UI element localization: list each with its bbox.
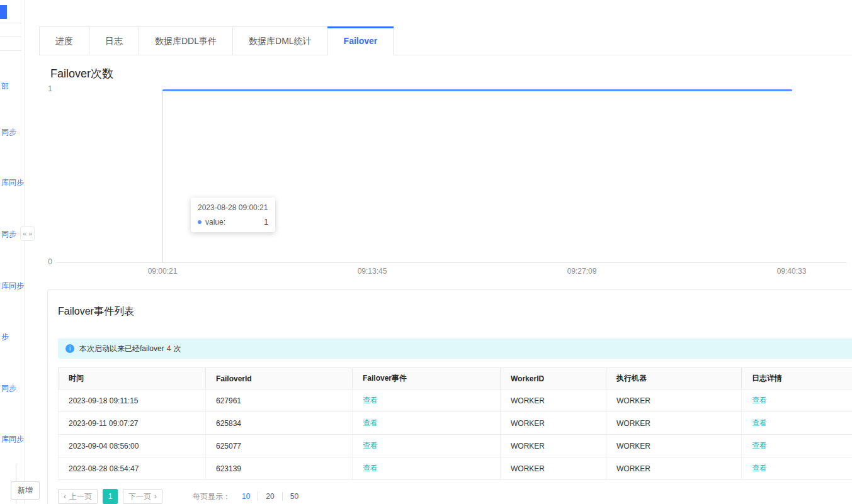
table-row: 2023-08-28 08:54:47 623139 查看 WORKER WOR… [59, 457, 852, 480]
page-size-option-50[interactable]: 50 [283, 492, 306, 501]
sidebar-accent-block [0, 5, 7, 19]
cell-failover-event: 查看 [353, 412, 501, 435]
column-header-log-detail: 日志详情 [742, 368, 852, 389]
sidebar-item[interactable]: 库同步 [1, 281, 24, 291]
cell-log-detail: 查看 [742, 435, 852, 457]
y-axis-tick: 1 [38, 84, 52, 93]
page-size-selector: 每页显示： 10 20 50 [193, 491, 306, 502]
tooltip-series-label: value: [205, 218, 225, 227]
cell-worker-id: WORKER [501, 457, 606, 480]
sidebar-collapse-handle[interactable]: « » [20, 226, 35, 241]
tab-dml-stats[interactable]: 数据库DML统计 [233, 26, 328, 55]
cell-log-detail: 查看 [742, 412, 852, 435]
page-size-option-20[interactable]: 20 [258, 492, 282, 501]
sidebar-item[interactable]: 同步 [1, 383, 16, 394]
tooltip-timestamp: 2023-08-28 09:00:21 [198, 203, 268, 212]
view-log-detail-link[interactable]: 查看 [752, 418, 767, 427]
table-row: 2023-09-11 09:07:27 625834 查看 WORKER WOR… [59, 412, 852, 435]
collapse-left-icon: « [23, 230, 26, 237]
column-header-failover-event: Failover事件 [353, 368, 501, 389]
failover-events-table: 时间 FailoverId Failover事件 WorkerID 执行机器 日… [58, 367, 852, 480]
view-log-detail-link[interactable]: 查看 [752, 396, 767, 405]
cell-time: 2023-09-18 09:11:15 [59, 389, 206, 412]
cell-worker-id: WORKER [501, 412, 606, 435]
chart-series-line [162, 89, 792, 91]
sidebar-divider [0, 23, 21, 23]
tooltip-series-row: value: 1 [198, 218, 268, 227]
view-log-detail-link[interactable]: 查看 [752, 441, 767, 450]
sidebar-item[interactable]: 部 [1, 81, 9, 92]
page-size-option-10[interactable]: 10 [234, 492, 258, 501]
events-list-title: Failover事件列表 [58, 305, 852, 318]
left-sidebar: 部 同步 库同步 同步 库同步 步 同步 库同步 新增 [0, 0, 25, 504]
x-axis-tick: 09:13:45 [358, 267, 387, 276]
failover-events-card: Failover事件列表 i 本次启动以来已经failover 4 次 时间 F… [47, 289, 852, 504]
cell-log-detail: 查看 [742, 457, 852, 480]
sidebar-divider [0, 50, 21, 51]
series-dot-icon [198, 220, 202, 224]
column-header-worker-id: WorkerID [501, 368, 606, 389]
cell-time: 2023-09-04 08:56:00 [59, 435, 206, 457]
sidebar-item[interactable]: 库同步 [1, 434, 24, 445]
cell-worker-id: WORKER [501, 435, 606, 457]
prev-page-button[interactable]: ‹ 上一页 [58, 489, 98, 504]
tab-progress[interactable]: 进度 [39, 26, 89, 55]
tab-bar: 进度 日志 数据库DDL事件 数据库DML统计 Failover [39, 26, 852, 55]
cell-machine: WORKER [606, 412, 742, 435]
cell-log-detail: 查看 [742, 389, 852, 412]
cell-machine: WORKER [606, 457, 742, 480]
page-number-current[interactable]: 1 [103, 489, 118, 504]
x-axis-tick: 09:27:09 [567, 267, 597, 276]
add-button[interactable]: 新增 [11, 481, 40, 500]
sidebar-item[interactable]: 步 [1, 332, 9, 342]
chart-tooltip: 2023-08-28 09:00:21 value: 1 [191, 198, 275, 232]
pagination: ‹ 上一页 1 下一页 › 每页显示： 10 20 50 [58, 489, 852, 504]
alert-failover-count: 4 [167, 344, 171, 353]
view-log-detail-link[interactable]: 查看 [752, 464, 767, 473]
tooltip-value: 1 [264, 218, 268, 227]
tab-logs[interactable]: 日志 [89, 26, 139, 55]
y-axis-tick: 0 [38, 257, 52, 266]
cell-time: 2023-09-11 09:07:27 [59, 412, 206, 435]
failover-count-alert: i 本次启动以来已经failover 4 次 [58, 339, 852, 359]
view-failover-event-link[interactable]: 查看 [363, 396, 378, 405]
alert-text-prefix: 本次启动以来已经failover [79, 344, 164, 354]
prev-page-label: 上一页 [69, 491, 92, 502]
page-size-label: 每页显示： [193, 491, 230, 502]
cell-machine: WORKER [606, 389, 742, 412]
cell-time: 2023-08-28 08:54:47 [59, 457, 206, 480]
cell-machine: WORKER [606, 435, 742, 457]
main-panel: 进度 日志 数据库DDL事件 数据库DML统计 Failover Failove… [26, 0, 852, 504]
table-row: 2023-09-18 09:11:15 627961 查看 WORKER WOR… [59, 389, 852, 412]
chart-crosshair [162, 90, 163, 262]
chevron-left-icon: ‹ [64, 492, 66, 501]
sidebar-item[interactable]: 库同步 [1, 177, 24, 188]
sidebar-item[interactable]: 同步 [1, 127, 16, 138]
alert-text-suffix: 次 [173, 344, 181, 354]
sidebar-divider [0, 36, 21, 37]
cell-failover-id: 625077 [206, 435, 353, 457]
column-header-time: 时间 [59, 368, 206, 389]
cell-worker-id: WORKER [501, 389, 606, 412]
cell-failover-event: 查看 [353, 389, 501, 412]
column-header-machine: 执行机器 [606, 368, 742, 389]
chart-title: Failover次数 [50, 66, 113, 81]
chevron-right-icon: › [154, 492, 157, 501]
next-page-label: 下一页 [128, 491, 151, 502]
column-header-failover-id: FailoverId [206, 368, 353, 389]
x-axis-tick: 09:00:21 [148, 267, 178, 276]
view-failover-event-link[interactable]: 查看 [363, 464, 378, 473]
sidebar-item[interactable]: 同步 [1, 229, 16, 240]
cell-failover-id: 623139 [206, 457, 353, 480]
view-failover-event-link[interactable]: 查看 [363, 441, 378, 450]
tab-failover[interactable]: Failover [328, 26, 394, 55]
cell-failover-event: 查看 [353, 435, 501, 457]
view-failover-event-link[interactable]: 查看 [363, 418, 378, 427]
cell-failover-event: 查看 [353, 457, 501, 480]
table-header-row: 时间 FailoverId Failover事件 WorkerID 执行机器 日… [59, 368, 852, 389]
tab-ddl-events[interactable]: 数据库DDL事件 [139, 26, 233, 55]
cell-failover-id: 625834 [206, 412, 353, 435]
failover-count-chart: Failover次数 1 0 09:00:21 09:13:45 09:27:0… [26, 55, 852, 289]
next-page-button[interactable]: 下一页 › [123, 489, 162, 504]
table-row: 2023-09-04 08:56:00 625077 查看 WORKER WOR… [59, 435, 852, 457]
